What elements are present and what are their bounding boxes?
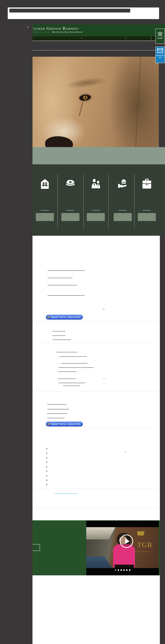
site-header: Tucker Griffin BarnesPC Attorneys at Law… <box>33 24 165 36</box>
column-divider <box>83 174 84 228</box>
brand-name: Tucker Griffin Barnes <box>33 26 77 31</box>
icon-underline <box>41 210 49 210</box>
sidebar-divider <box>0 40 30 41</box>
chevron-down-icon[interactable]: ▼ <box>81 38 82 39</box>
practice-area-criminal[interactable] <box>60 164 81 236</box>
list-bullet <box>46 462 47 463</box>
page-root: ▶ Tucker Griffin BarnesPC Attorneys at L… <box>0 0 165 644</box>
practice-area-business[interactable] <box>136 164 157 236</box>
unloaded-link[interactable] <box>47 418 64 418</box>
unloaded-link[interactable] <box>48 285 77 285</box>
unloaded-link[interactable] <box>48 295 85 296</box>
practice-area-button[interactable] <box>138 213 156 221</box>
column-divider <box>134 174 134 228</box>
unloaded-link[interactable] <box>48 270 85 271</box>
unloaded-link[interactable] <box>61 363 88 364</box>
sidebar-divider <box>0 30 30 30</box>
sage-band <box>33 147 165 164</box>
list-bullet <box>46 471 47 472</box>
practice-area-button[interactable] <box>87 213 105 221</box>
unloaded-teal-link[interactable] <box>55 494 78 494</box>
tgb-gold-monogram: TGB <box>137 541 152 549</box>
sidebar-divider <box>0 25 30 25</box>
unloaded-link[interactable] <box>48 278 72 278</box>
police-cap-icon <box>66 179 75 187</box>
icon-underline <box>66 210 75 210</box>
practice-areas-section <box>33 164 165 236</box>
unloaded-link[interactable] <box>63 386 80 386</box>
content-divider <box>33 508 160 508</box>
practice-area-employment[interactable] <box>85 164 106 236</box>
chevron-down-icon[interactable]: ▼ <box>125 38 126 39</box>
unloaded-link[interactable] <box>59 356 87 357</box>
house-in-hand-icon <box>118 179 128 189</box>
unloaded-link[interactable] <box>103 378 105 379</box>
video-thumbnail: TGB Tucker Griffin Barnes Attorneys at L… <box>86 527 159 568</box>
brand-logo[interactable]: Tucker Griffin BarnesPC Attorneys at Law… <box>33 26 105 36</box>
practice-area-real-estate[interactable] <box>112 164 133 236</box>
sidebar-expand-arrow-icon[interactable]: ▶ <box>27 26 28 28</box>
practice-area-button[interactable] <box>114 213 132 221</box>
play-button[interactable] <box>120 534 133 548</box>
icon-underline <box>119 210 127 210</box>
intro-video-player[interactable]: TGB Tucker Griffin Barnes Attorneys at L… <box>86 520 159 575</box>
unloaded-link[interactable] <box>58 379 76 379</box>
main-nav[interactable]: ▼ ▼ <box>33 36 165 41</box>
video-dot[interactable] <box>123 569 125 571</box>
list-bullet <box>46 452 47 454</box>
video-dot[interactable] <box>126 569 127 571</box>
unloaded-link[interactable] <box>47 404 66 405</box>
watch-video-outline-button[interactable] <box>33 544 40 551</box>
unloaded-link[interactable] <box>59 383 85 383</box>
icon-underline <box>143 210 151 210</box>
dotted-divider <box>33 50 159 50</box>
icon-underline <box>92 210 100 210</box>
video-dot[interactable] <box>120 569 122 571</box>
unloaded-link[interactable] <box>53 340 71 340</box>
unloaded-link[interactable] <box>58 368 94 368</box>
list-bullet <box>46 484 47 485</box>
main-content <box>33 236 160 520</box>
contact-us-label: CONTACT US <box>156 55 164 58</box>
house-icon <box>157 30 163 36</box>
unloaded-link[interactable] <box>57 352 77 352</box>
brand-pc: PC <box>77 28 79 29</box>
practice-area-family[interactable] <box>35 164 55 236</box>
unloaded-link[interactable] <box>47 409 69 409</box>
video-dot[interactable] <box>115 569 116 571</box>
request-consultation-label: REQUEST INITIAL CONSULTATION <box>51 316 81 318</box>
video-dot[interactable] <box>118 569 119 571</box>
request-consultation-button[interactable]: REQUEST INITIAL CONSULTATION <box>46 315 83 320</box>
request-consultation-button[interactable]: REQUEST INITIAL CONSULTATION <box>46 422 83 426</box>
brand-tagline: Where Deep Insight Equals Powerful Advan… <box>52 31 83 33</box>
list-bullet <box>46 448 47 449</box>
unloaded-link[interactable] <box>58 372 76 372</box>
unloaded-link[interactable] <box>47 414 67 414</box>
unloaded-link[interactable] <box>53 336 65 336</box>
family-home-icon <box>40 179 50 189</box>
home-button[interactable]: HOME <box>155 28 165 44</box>
video-dot[interactable] <box>129 569 130 571</box>
practice-area-button[interactable] <box>36 213 54 221</box>
home-button-label: HOME <box>156 38 164 39</box>
testimonial-section <box>33 575 160 644</box>
list-bullet <box>46 466 47 468</box>
list-bullet <box>46 457 47 458</box>
request-consultation-label: REQUEST INITIAL CONSULTATION <box>51 423 81 425</box>
hero-lioness-photo <box>33 57 159 147</box>
lioness-eye <box>79 94 91 101</box>
unloaded-link[interactable] <box>103 309 105 310</box>
top-ad-banner <box>8 8 159 19</box>
briefcase-icon <box>142 179 152 189</box>
unloaded-link[interactable] <box>125 452 126 452</box>
practice-area-button[interactable] <box>61 213 79 221</box>
envelope-icon <box>157 48 163 53</box>
content-divider <box>33 488 160 489</box>
video-section: TGB Tucker Griffin Barnes Attorneys at L… <box>33 520 160 575</box>
contact-us-button[interactable]: CONTACT US <box>155 47 165 63</box>
top-ad-banner-inner <box>10 9 130 12</box>
content-divider <box>33 322 160 322</box>
list-bullet <box>46 475 47 476</box>
unloaded-link[interactable] <box>53 331 65 332</box>
professionals-icon <box>91 179 101 188</box>
